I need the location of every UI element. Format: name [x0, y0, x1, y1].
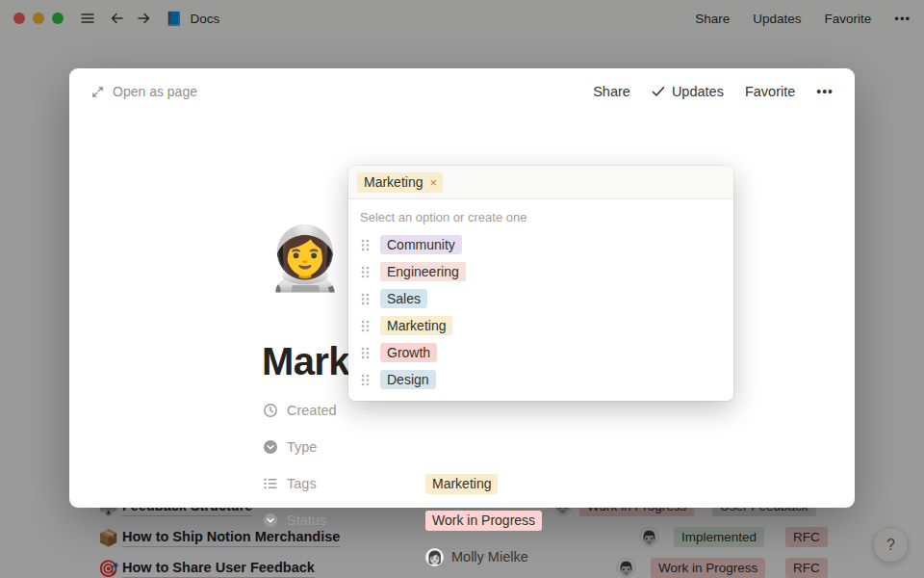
tag-option-list: Community Engineering Sales Marketing Gr… [348, 227, 733, 401]
tag-option-community[interactable]: Community [348, 231, 733, 258]
tag-option-engineering[interactable]: Engineering [348, 258, 733, 285]
property-row-type[interactable]: Type [262, 429, 801, 465]
clock-icon [262, 403, 278, 419]
modal-updates-button[interactable]: Updates [652, 84, 724, 99]
created-by-name: Molly Mielke [451, 549, 528, 565]
tag-search-input[interactable]: Marketing × [348, 166, 733, 199]
tag-chip[interactable]: Growth [380, 343, 437, 362]
modal-favorite-button[interactable]: Favorite [745, 84, 795, 99]
page-icon[interactable]: 👩‍🚀 [267, 220, 344, 297]
property-label: Created [287, 403, 425, 418]
tag-chip[interactable]: Design [380, 370, 436, 389]
bulleted-list-icon [262, 476, 278, 492]
selected-tag-label: Marketing [364, 174, 423, 190]
property-row-status[interactable]: Status Work in Progress [262, 502, 801, 539]
open-as-page-button[interactable]: Open as page [90, 84, 197, 99]
drag-handle-icon[interactable] [360, 373, 371, 387]
tag-option-sales[interactable]: Sales [348, 285, 733, 312]
select-circle-icon [262, 512, 278, 529]
tag-option-marketing[interactable]: Marketing [348, 312, 733, 339]
tag-select-dropdown: Marketing × Select an option or create o… [348, 166, 733, 401]
property-row-tags[interactable]: Tags Marketing [262, 465, 801, 502]
screen: 📘 Docs Share Updates Favorite ••• 🐺 Feed… [0, 0, 924, 578]
drag-handle-icon[interactable] [360, 265, 371, 279]
tag-chip[interactable]: Sales [380, 289, 427, 308]
modal-more-button[interactable]: ••• [816, 84, 834, 99]
tag-chip[interactable]: Marketing [380, 316, 452, 335]
person-icon [262, 549, 278, 565]
drag-handle-icon[interactable] [360, 346, 371, 360]
modal-share-button[interactable]: Share [593, 84, 630, 99]
drag-handle-icon[interactable] [360, 319, 371, 333]
property-row-created-by[interactable]: Created by 👩 Molly Mielke [262, 539, 801, 575]
select-circle-icon [262, 439, 278, 456]
drag-handle-icon[interactable] [360, 238, 371, 252]
tag-chip[interactable]: Community [380, 235, 462, 254]
remove-tag-icon[interactable]: × [427, 175, 439, 190]
tag-chip[interactable]: Engineering [380, 262, 466, 281]
property-label: Status [287, 512, 425, 528]
avatar: 👩 [425, 548, 444, 566]
status-value[interactable]: Work in Progress [425, 511, 542, 531]
tag-option-growth[interactable]: Growth [348, 339, 733, 366]
property-label: Created by [287, 549, 425, 565]
property-list: Created Type Tags Marketing [262, 392, 801, 575]
property-label: Tags [287, 476, 425, 491]
expand-icon [90, 85, 105, 99]
modal-header: Open as page Share Updates Favorite ••• [69, 68, 855, 115]
created-by-value[interactable]: 👩 Molly Mielke [425, 548, 528, 566]
open-as-page-label: Open as page [113, 84, 197, 99]
check-icon [652, 86, 665, 97]
tag-option-design[interactable]: Design [348, 366, 733, 393]
tags-value[interactable]: Marketing [425, 474, 498, 494]
dropdown-hint: Select an option or create one [348, 199, 733, 227]
property-label: Type [287, 439, 425, 455]
selected-tag-chip: Marketing × [357, 172, 443, 193]
tag-chip[interactable]: Marketing [425, 474, 498, 494]
status-chip[interactable]: Work in Progress [425, 511, 542, 531]
drag-handle-icon[interactable] [360, 292, 371, 306]
